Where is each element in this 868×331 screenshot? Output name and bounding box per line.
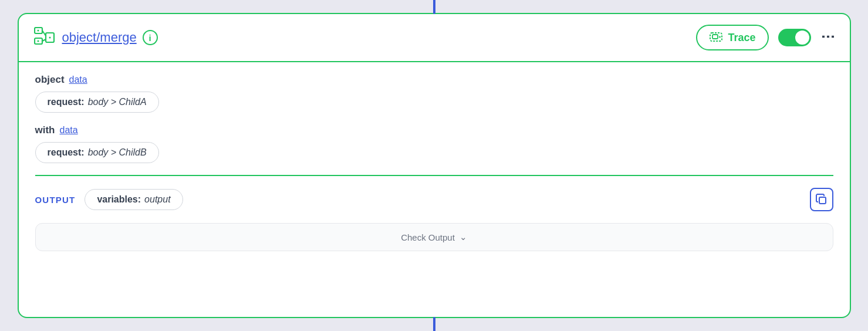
svg-point-5 — [37, 30, 39, 32]
chevron-down-icon: ⌄ — [460, 232, 467, 242]
more-menu-button[interactable]: ⋮ — [820, 30, 836, 45]
request1-key: request: — [48, 97, 85, 107]
check-output-button[interactable]: Check Output ⌄ — [35, 223, 833, 251]
copy-button[interactable] — [810, 188, 833, 211]
connector-bottom — [433, 317, 435, 331]
request2-pill: request: body > ChildB — [35, 142, 159, 163]
node-card: object/merge i Trace ⋮ — [18, 13, 851, 318]
toggle-knob — [795, 31, 809, 45]
svg-rect-9 — [712, 35, 718, 39]
variables-key: variables: — [97, 194, 141, 205]
toggle-switch[interactable] — [778, 29, 811, 46]
request1-pill: request: body > ChildA — [35, 92, 159, 113]
card-body: object data request: body > ChildA with … — [19, 62, 850, 263]
request1-val: body > ChildA — [88, 97, 147, 107]
header-left: object/merge i — [33, 26, 697, 49]
request2-key: request: — [48, 147, 85, 158]
output-row: OUTPUT variables: output — [35, 188, 833, 211]
copy-icon — [816, 194, 828, 205]
svg-point-7 — [49, 37, 50, 39]
svg-rect-11 — [819, 197, 826, 204]
card-header: object/merge i Trace ⋮ — [19, 14, 850, 62]
trace-icon — [709, 31, 723, 45]
variables-val: output — [144, 194, 170, 205]
object-field-row: object data request: body > ChildA — [35, 74, 833, 113]
trace-button[interactable]: Trace — [696, 25, 768, 50]
info-icon[interactable]: i — [143, 30, 158, 45]
with-data-link[interactable]: data — [60, 125, 78, 136]
output-label: OUTPUT — [35, 195, 76, 205]
object-keyword: object — [35, 74, 65, 86]
header-right: Trace ⋮ — [696, 25, 835, 50]
section-divider — [35, 175, 833, 176]
svg-line-3 — [42, 31, 46, 36]
request2-val: body > ChildB — [88, 147, 147, 158]
with-field-row: with data request: body > ChildB — [35, 124, 833, 163]
with-field-label: with data — [35, 124, 833, 136]
connector-top — [433, 0, 435, 14]
node-title[interactable]: object/merge — [62, 30, 137, 45]
output-pill: variables: output — [85, 189, 183, 210]
object-data-link[interactable]: data — [69, 75, 87, 85]
svg-point-6 — [37, 40, 39, 42]
check-output-label: Check Output — [401, 232, 455, 242]
node-icon — [33, 26, 56, 49]
object-field-label: object data — [35, 74, 833, 86]
with-keyword: with — [35, 124, 55, 136]
